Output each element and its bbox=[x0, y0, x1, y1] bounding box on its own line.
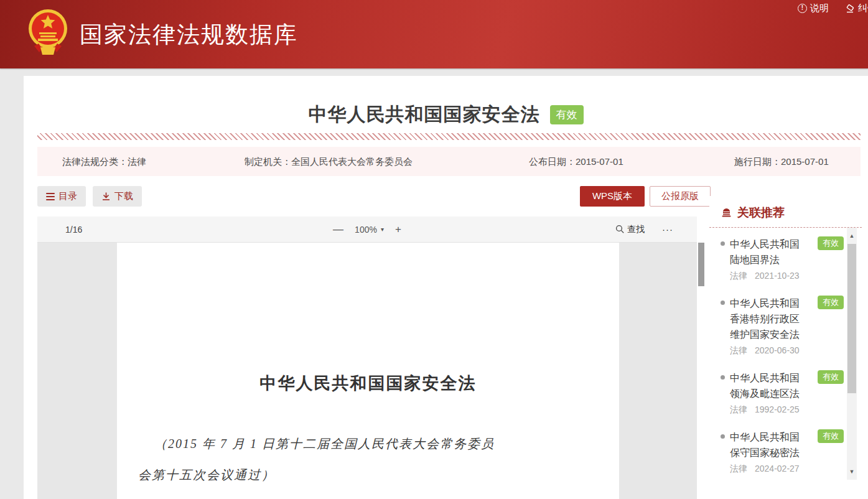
chevron-down-icon: ▾ bbox=[381, 226, 384, 233]
bullet-icon bbox=[721, 375, 725, 380]
search-icon bbox=[615, 225, 625, 234]
content-card: 中华人民共和国国家安全法 有效 法律法规分类：法律 制定机关：全国人民代表大会常… bbox=[24, 76, 868, 499]
explain-link[interactable]: ! 说明 bbox=[798, 2, 829, 14]
meta-effective-date-value: 2015-07-01 bbox=[781, 156, 829, 167]
wps-version-button[interactable]: WPS版本 bbox=[580, 186, 645, 207]
zoom-level-dropdown[interactable]: 100% ▾ bbox=[355, 225, 384, 235]
pdf-viewer: 1/16 — 100% ▾ + 查找 ··· bbox=[37, 217, 697, 499]
zoom-controls: — 100% ▾ + bbox=[333, 223, 401, 236]
catalog-button-label: 目录 bbox=[58, 190, 77, 202]
related-item-title: 中华人民共和国领海及毗连区法 bbox=[730, 370, 806, 401]
error-report-link[interactable]: 纠错 bbox=[845, 2, 868, 14]
sidebar-scrollbar[interactable]: ▲ ▼ bbox=[847, 228, 857, 480]
meta-publish-date-value: 2015-07-01 bbox=[576, 156, 623, 167]
hatch-divider bbox=[37, 133, 861, 140]
find-button-label: 查找 bbox=[627, 224, 645, 235]
sidebar-header: 关联推荐 bbox=[709, 196, 862, 228]
meta-category: 法律法规分类：法律 bbox=[62, 156, 146, 168]
meta-issuing-body-value: 全国人民代表大会常务委员会 bbox=[291, 156, 413, 167]
meta-issuing-body-label: 制定机关： bbox=[245, 156, 291, 167]
meta-bar: 法律法规分类：法律 制定机关：全国人民代表大会常务委员会 公布日期：2015-0… bbox=[37, 147, 861, 176]
national-emblem-logo bbox=[28, 7, 68, 57]
meta-publish-date-label: 公布日期： bbox=[529, 156, 576, 167]
related-item-status-badge: 有效 bbox=[818, 296, 844, 309]
page-indicator: 1/16 bbox=[65, 225, 82, 235]
zoom-level-value: 100% bbox=[355, 225, 377, 235]
related-item[interactable]: 中华人民共和国香港特别行政区维护国家安全法 有效 法律 2020-06-30 bbox=[721, 296, 845, 357]
gazette-original-button[interactable]: 公报原版 bbox=[650, 186, 711, 207]
info-icon: ! bbox=[798, 4, 807, 13]
catalog-button[interactable]: 目录 bbox=[37, 186, 86, 207]
related-sidebar: 关联推荐 中华人民共和国陆地国界法 有效 法律 2021-10-23 中华人民共… bbox=[709, 196, 862, 482]
related-item-meta: 法律 1992-02-25 bbox=[730, 404, 845, 416]
related-item-type: 法律 bbox=[730, 271, 747, 282]
list-icon bbox=[46, 193, 55, 200]
related-item-title: 中华人民共和国陆地国界法 bbox=[730, 236, 806, 268]
passage-line-1: （2015 年 7 月 1 日第十二届全国人民代表大会常务委员 bbox=[138, 428, 594, 459]
related-item-status-badge: 有效 bbox=[818, 370, 844, 384]
more-options-button[interactable]: ··· bbox=[662, 224, 673, 235]
pdf-law-title: 中华人民共和国国家安全法 bbox=[117, 372, 619, 394]
related-item[interactable]: 中华人民共和国陆地国界法 有效 法律 2021-10-23 bbox=[721, 236, 845, 282]
related-item-meta: 法律 2021-10-23 bbox=[730, 271, 845, 282]
bell-icon bbox=[721, 207, 732, 219]
header-links: ! 说明 纠错 bbox=[798, 2, 868, 14]
bullet-icon bbox=[721, 301, 725, 305]
related-item-meta: 法律 2024-02-27 bbox=[730, 464, 845, 475]
toolbar-right-group: 查找 ··· bbox=[615, 224, 673, 235]
passage-line-2: 会第十五次会议通过） bbox=[138, 459, 594, 490]
meta-effective-date-label: 施行日期： bbox=[734, 156, 781, 167]
meta-issuing-body: 制定机关：全国人民代表大会常务委员会 bbox=[245, 156, 413, 168]
related-item[interactable]: 中华人民共和国保守国家秘密法 有效 法律 2024-02-27 bbox=[721, 429, 845, 475]
related-item[interactable]: 中华人民共和国领海及毗连区法 有效 法律 1992-02-25 bbox=[721, 370, 845, 416]
scroll-up-icon[interactable]: ▲ bbox=[847, 233, 857, 239]
error-report-label: 纠错 bbox=[858, 2, 868, 14]
related-item-type: 法律 bbox=[730, 404, 747, 416]
related-item-type: 法律 bbox=[730, 464, 747, 475]
related-item-date: 1992-02-25 bbox=[755, 404, 800, 416]
explain-link-label: 说明 bbox=[810, 2, 829, 14]
download-button[interactable]: 下载 bbox=[93, 186, 142, 207]
law-title: 中华人民共和国国家安全法 bbox=[309, 102, 540, 128]
pdf-page: 中华人民共和国国家安全法 （2015 年 7 月 1 日第十二届全国人民代表大会… bbox=[117, 243, 619, 499]
pdf-passage: （2015 年 7 月 1 日第十二届全国人民代表大会常务委员 会第十五次会议通… bbox=[138, 428, 594, 490]
related-item-date: 2020-06-30 bbox=[755, 345, 800, 357]
app-title: 国家法律法规数据库 bbox=[80, 19, 298, 50]
meta-category-label: 法律法规分类： bbox=[62, 156, 128, 167]
scroll-down-icon[interactable]: ▼ bbox=[847, 469, 857, 475]
meta-effective-date: 施行日期：2015-07-01 bbox=[734, 156, 829, 168]
zoom-in-button[interactable]: + bbox=[395, 223, 401, 236]
related-item-meta: 法律 2020-06-30 bbox=[730, 345, 845, 357]
related-item-status-badge: 有效 bbox=[818, 429, 844, 443]
related-item-status-badge: 有效 bbox=[818, 236, 844, 250]
app-header: 国家法律法规数据库 ! 说明 纠错 bbox=[0, 0, 868, 68]
bullet-icon bbox=[721, 434, 725, 439]
download-button-label: 下载 bbox=[114, 190, 133, 202]
related-item-title: 中华人民共和国香港特别行政区维护国家安全法 bbox=[730, 296, 806, 342]
actions-row: 目录 下载 WPS版本 公报原版 bbox=[37, 186, 697, 207]
download-icon bbox=[101, 192, 111, 201]
related-item-date: 2024-02-27 bbox=[755, 464, 800, 475]
related-list: 中华人民共和国陆地国界法 有效 法律 2021-10-23 中华人民共和国香港特… bbox=[709, 228, 862, 480]
eraser-icon bbox=[845, 4, 855, 14]
meta-publish-date: 公布日期：2015-07-01 bbox=[529, 156, 623, 168]
bullet-icon bbox=[721, 241, 725, 246]
related-item-type: 法律 bbox=[730, 345, 747, 357]
related-item-date: 2021-10-23 bbox=[755, 271, 800, 282]
related-item-title: 中华人民共和国保守国家秘密法 bbox=[730, 429, 806, 460]
sidebar-scrollbar-thumb[interactable] bbox=[847, 244, 856, 393]
viewer-scrollbar[interactable] bbox=[698, 243, 704, 286]
zoom-out-button[interactable]: — bbox=[333, 223, 343, 236]
find-button[interactable]: 查找 bbox=[615, 224, 645, 235]
viewer-body: 中华人民共和国国家安全法 （2015 年 7 月 1 日第十二届全国人民代表大会… bbox=[37, 243, 697, 499]
status-badge: 有效 bbox=[550, 105, 584, 124]
viewer-toolbar: 1/16 — 100% ▾ + 查找 ··· bbox=[37, 217, 697, 243]
meta-category-value: 法律 bbox=[128, 156, 146, 167]
doc-title-row: 中华人民共和国国家安全法 有效 bbox=[24, 102, 868, 128]
sidebar-title: 关联推荐 bbox=[737, 205, 785, 221]
